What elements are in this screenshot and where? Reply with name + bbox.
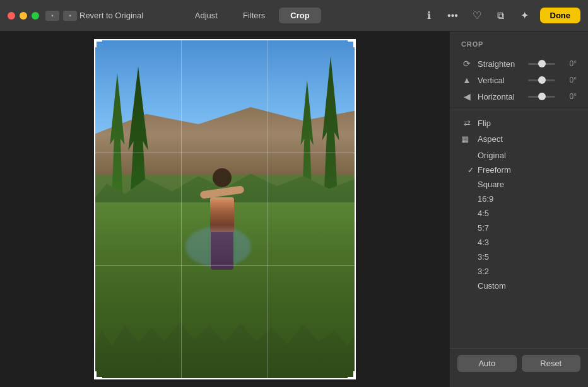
aspect-list: Original Freeform Square 16:9 4:5 5:7 4:…	[450, 147, 588, 294]
main-content: CROP ⟳ Straighten 0° ▲ Vertical 0° ◀ Hor…	[0, 32, 588, 387]
aspect-icon: ▦	[461, 134, 473, 144]
aspect-label: Aspect	[478, 134, 503, 144]
traffic-lights	[8, 12, 39, 20]
maximize-button[interactable]	[32, 12, 39, 20]
photo-area	[0, 32, 449, 387]
close-button[interactable]	[8, 12, 15, 20]
aspect-item-16-9[interactable]: 16:9	[450, 192, 588, 206]
right-panel: CROP ⟳ Straighten 0° ▲ Vertical 0° ◀ Hor…	[449, 32, 588, 387]
tab-crop[interactable]: Crop	[279, 8, 320, 23]
photo-container[interactable]	[94, 39, 356, 379]
aspect-item-square[interactable]: Square	[450, 177, 588, 192]
copy-button[interactable]: ⧉	[492, 7, 510, 25]
panel-title: CROP	[450, 40, 588, 55]
aspect-item-3-5[interactable]: 3:5	[450, 250, 588, 264]
straighten-slider[interactable]	[528, 63, 555, 65]
horizontal-slider[interactable]	[528, 96, 555, 98]
horizontal-label: Horizontal	[478, 92, 523, 101]
tab-adjust[interactable]: Adjust	[184, 8, 229, 23]
aspect-item-4-5[interactable]: 4:5	[450, 206, 588, 221]
vertical-icon: ▲	[461, 75, 473, 85]
horizontal-value: 0°	[560, 92, 577, 101]
flip-item[interactable]: ⇄ Flip	[450, 115, 588, 131]
aspect-item-custom[interactable]: Custom	[450, 279, 588, 293]
aspect-item-3-2[interactable]: 3:2	[450, 264, 588, 279]
nav-tabs: Adjust Filters Crop	[184, 8, 321, 23]
aspect-item-original[interactable]: Original	[450, 148, 588, 163]
vertical-label: Vertical	[478, 76, 523, 85]
vertical-value: 0°	[560, 76, 577, 84]
divider-1	[450, 110, 588, 110]
magic-button[interactable]: ✦	[516, 7, 534, 25]
straighten-value: 0°	[560, 59, 577, 68]
heart-button[interactable]: ♡	[468, 7, 486, 25]
titlebar-right: ℹ ••• ♡ ⧉ ✦ Done	[420, 7, 581, 25]
straighten-icon: ⟳	[461, 59, 473, 69]
photo-image	[94, 39, 356, 379]
flip-icon: ⇄	[461, 118, 473, 128]
more-button[interactable]: •••	[444, 7, 462, 25]
auto-button[interactable]: Auto	[457, 355, 517, 372]
view-toggle-1[interactable]: ▪	[45, 11, 59, 21]
aspect-header: ▦ Aspect	[450, 131, 588, 147]
minimize-button[interactable]	[20, 12, 27, 20]
horizontal-icon: ◀	[461, 91, 473, 101]
aspect-item-freeform[interactable]: Freeform	[450, 163, 588, 177]
tab-filters[interactable]: Filters	[232, 8, 276, 23]
vertical-slider[interactable]	[528, 79, 555, 81]
reset-button[interactable]: Reset	[522, 355, 581, 372]
view-toggle-2[interactable]: ▪	[63, 11, 77, 21]
titlebar: ▪ ▪ Revert to Original Adjust Filters Cr…	[0, 0, 588, 32]
info-button[interactable]: ℹ	[420, 7, 438, 25]
vertical-row: ▲ Vertical 0°	[450, 72, 588, 88]
revert-button[interactable]: Revert to Original	[79, 11, 143, 20]
aspect-item-5-7[interactable]: 5:7	[450, 221, 588, 235]
done-button[interactable]: Done	[540, 8, 581, 23]
straighten-row: ⟳ Straighten 0°	[450, 55, 588, 72]
flip-label: Flip	[478, 118, 491, 128]
window-controls: ▪ ▪	[45, 11, 77, 21]
horizontal-row: ◀ Horizontal 0°	[450, 88, 588, 105]
aspect-item-4-3[interactable]: 4:3	[450, 235, 588, 250]
straighten-label: Straighten	[478, 59, 523, 69]
panel-footer: Auto Reset	[450, 348, 588, 378]
